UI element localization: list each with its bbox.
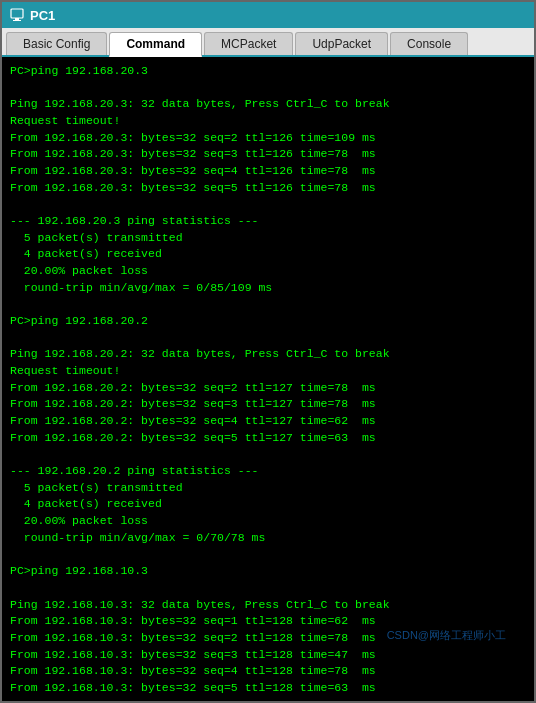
tab-basic-config[interactable]: Basic Config xyxy=(6,32,107,55)
tab-mcpacket[interactable]: MCPacket xyxy=(204,32,293,55)
main-window: PC1 Basic Config Command MCPacket UdpPac… xyxy=(0,0,536,703)
svg-rect-1 xyxy=(15,18,19,20)
window-title: PC1 xyxy=(30,8,55,23)
tab-udppacket[interactable]: UdpPacket xyxy=(295,32,388,55)
terminal-output[interactable]: PC>ping 192.168.20.3 Ping 192.168.20.3: … xyxy=(2,57,534,701)
title-bar: PC1 xyxy=(2,2,534,28)
tab-console[interactable]: Console xyxy=(390,32,468,55)
svg-rect-0 xyxy=(11,9,23,18)
tabs-bar: Basic Config Command MCPacket UdpPacket … xyxy=(2,28,534,57)
tab-command[interactable]: Command xyxy=(109,32,202,57)
svg-rect-2 xyxy=(13,20,21,21)
pc-icon xyxy=(10,8,24,22)
